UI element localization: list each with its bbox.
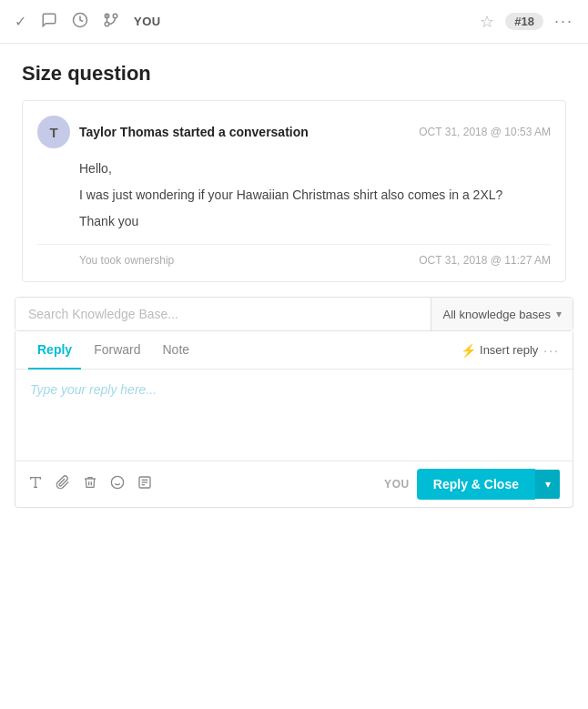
message-body: Hello, I was just wondering if your Hawa… bbox=[37, 159, 551, 231]
reply-close-button[interactable]: Reply & Close bbox=[417, 469, 535, 500]
fork-icon[interactable] bbox=[103, 12, 119, 32]
kb-search-row: All knowledge bases ▾ bbox=[15, 297, 573, 331]
article-icon[interactable] bbox=[137, 475, 152, 493]
tab-forward[interactable]: Forward bbox=[85, 331, 149, 370]
ownership-time: OCT 31, 2018 @ 11:27 AM bbox=[419, 254, 551, 267]
reply-send-dropdown-button[interactable]: ▾ bbox=[535, 470, 560, 499]
reply-tools-right: YOU Reply & Close ▾ bbox=[384, 469, 560, 500]
tab-reply[interactable]: Reply bbox=[28, 331, 81, 370]
reply-placeholder: Type your reply here... bbox=[30, 382, 157, 397]
author-name: Taylor Thomas started a conversation bbox=[79, 125, 309, 139]
toolbar-icons: ✓ YOU bbox=[15, 12, 465, 32]
reply-area: Reply Forward Note ⚡ Insert reply ··· Ty… bbox=[15, 331, 573, 508]
flash-icon: ⚡ bbox=[461, 343, 476, 358]
insert-reply-label: Insert reply bbox=[480, 343, 538, 357]
message-line-1: Hello, bbox=[79, 159, 551, 178]
message-line-3: Thank you bbox=[79, 212, 551, 231]
reply-send-button[interactable]: Reply & Close ▾ bbox=[417, 469, 560, 500]
chat-icon[interactable] bbox=[41, 12, 57, 32]
reply-tools-left bbox=[28, 475, 152, 493]
more-options-icon[interactable]: ··· bbox=[554, 12, 573, 31]
reply-editor[interactable]: Type your reply here... bbox=[15, 370, 573, 461]
emoji-icon[interactable] bbox=[110, 475, 125, 493]
svg-point-3 bbox=[105, 22, 109, 26]
top-toolbar: ✓ YOU ☆ #18 ··· bbox=[0, 0, 588, 44]
tab-note[interactable]: Note bbox=[153, 331, 198, 370]
ticket-badge[interactable]: #18 bbox=[505, 13, 543, 30]
message-timestamp: OCT 31, 2018 @ 10:53 AM bbox=[419, 126, 551, 138]
svg-point-7 bbox=[111, 476, 123, 488]
kb-dropdown[interactable]: All knowledge bases ▾ bbox=[431, 298, 573, 330]
conversation-area: T Taylor Thomas started a conversation O… bbox=[0, 100, 588, 282]
clock-icon[interactable] bbox=[72, 12, 88, 32]
reply-tabs-left: Reply Forward Note bbox=[28, 331, 198, 369]
toolbar-you-label: YOU bbox=[134, 15, 161, 28]
message-header: T Taylor Thomas started a conversation O… bbox=[37, 116, 551, 148]
reply-toolbar: YOU Reply & Close ▾ bbox=[15, 461, 573, 507]
toolbar-right: ☆ #18 ··· bbox=[480, 12, 573, 32]
avatar: T bbox=[37, 116, 70, 148]
reply-tabs-right: ⚡ Insert reply ··· bbox=[461, 343, 560, 358]
insert-reply-more-icon[interactable]: ··· bbox=[543, 343, 560, 358]
ownership-text: You took ownership bbox=[79, 254, 174, 267]
kb-dropdown-arrow: ▾ bbox=[556, 308, 562, 320]
message-author-row: T Taylor Thomas started a conversation bbox=[37, 116, 309, 148]
message-card: T Taylor Thomas started a conversation O… bbox=[22, 100, 566, 282]
attach-icon[interactable] bbox=[56, 475, 70, 493]
delete-icon[interactable] bbox=[83, 475, 97, 493]
check-icon[interactable]: ✓ bbox=[15, 13, 26, 30]
star-icon[interactable]: ☆ bbox=[480, 12, 494, 32]
svg-point-2 bbox=[113, 14, 117, 18]
page-title: Size question bbox=[0, 44, 588, 100]
kb-search-input[interactable] bbox=[15, 298, 431, 330]
ownership-row: You took ownership OCT 31, 2018 @ 11:27 … bbox=[37, 244, 551, 267]
insert-reply-button[interactable]: ⚡ Insert reply bbox=[461, 343, 538, 358]
you-label: YOU bbox=[384, 478, 410, 491]
text-format-icon[interactable] bbox=[28, 475, 43, 493]
message-line-2: I was just wondering if your Hawaiian Ch… bbox=[79, 186, 551, 205]
reply-tabs: Reply Forward Note ⚡ Insert reply ··· bbox=[15, 331, 573, 370]
kb-dropdown-label: All knowledge bases bbox=[442, 308, 551, 321]
